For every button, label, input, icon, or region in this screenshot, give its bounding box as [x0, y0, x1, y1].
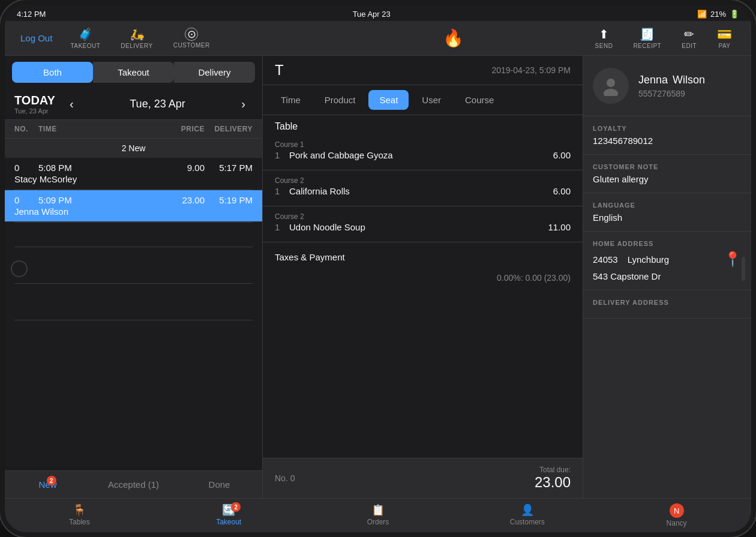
item-row-2: 1 California Rolls 6.00: [275, 186, 571, 196]
main-content: Both Takeout Delivery TODAY Tue, 23 Apr …: [5, 56, 751, 498]
middle-panel: T 2019-04-23, 5:09 PM Time Product Seat …: [263, 56, 583, 498]
logout-button[interactable]: Log Out: [14, 29, 58, 47]
prev-date-arrow[interactable]: ‹: [62, 97, 81, 111]
total-section: Total due: 23.00: [535, 466, 571, 491]
orders-icon: 📋: [371, 503, 385, 517]
order-divider-5: [14, 320, 253, 320]
address-street: 543 Capstone Dr: [593, 271, 742, 281]
bottom-tab-nancy[interactable]: N Nancy: [602, 499, 751, 532]
order-item-1: Course 1 1 Pork and Cabbage Gyoza 6.00: [263, 138, 583, 166]
order-row-jenna-top: 0 5:09 PM 23.00 5:19 PM: [14, 195, 253, 205]
order-divider-4: [14, 283, 253, 284]
nav-takeout[interactable]: 🧳 TAKEOUT: [61, 25, 110, 52]
order-actions: 2 New Accepted (1) Done: [5, 470, 262, 498]
takeout-badge: 2: [231, 502, 241, 512]
nancy-label: Nancy: [667, 519, 687, 527]
avatar: [593, 68, 629, 104]
taxes-label: Taxes & Payment: [275, 252, 571, 262]
item-name-3: Udon Noodle Soup: [289, 222, 365, 232]
item-left-2: 1 California Rolls: [275, 186, 350, 196]
customer-note-value: Gluten allergy: [593, 174, 742, 184]
nav-send[interactable]: ⬆ SEND: [586, 25, 623, 52]
battery-icon: 🔋: [730, 10, 739, 19]
delivery-icon: 🛵: [130, 27, 145, 41]
address-label: HOME ADDRESS: [593, 240, 742, 247]
delivery-address-section: DELIVERY ADDRESS: [583, 290, 751, 319]
nav-right: ⬆ SEND 🧾 RECEIPT ✏ EDIT 💳 PAY: [586, 25, 742, 52]
pay-icon: 💳: [717, 27, 732, 41]
customers-icon: 👤: [521, 503, 534, 517]
loyalty-section: LOYALTY 123456789012: [583, 116, 751, 155]
today-sub: Tue, 23 Apr: [14, 107, 62, 115]
customer-lastname: Wilson: [673, 74, 705, 86]
taxes-value: 0.00%: 0.00 (23.00): [263, 268, 583, 287]
action-accepted[interactable]: Accepted (1): [91, 471, 176, 498]
language-section: LANGUAGE English: [583, 193, 751, 232]
item-price-1: 6.00: [553, 150, 571, 160]
order-row-stacy-top: 0 5:08 PM 9.00 5:17 PM: [14, 163, 253, 173]
nav-edit[interactable]: ✏ EDIT: [672, 25, 706, 52]
order-stacy-time: 5:08 PM: [38, 163, 157, 173]
item-row-1: 1 Pork and Cabbage Gyoza 6.00: [275, 150, 571, 160]
order-row-jenna[interactable]: 0 5:09 PM 23.00 5:19 PM Jenna Wilson: [5, 190, 262, 222]
tab-time[interactable]: Time: [270, 90, 311, 110]
customer-firstname: Jenna: [638, 74, 668, 86]
col-time-header: TIME: [38, 125, 157, 133]
svg-point-1: [604, 89, 618, 96]
customers-label: Customers: [510, 518, 545, 526]
bottom-tab-takeout[interactable]: 2 🔄 Takeout: [154, 499, 304, 532]
nav-delivery[interactable]: 🛵 DELIVERY: [111, 25, 162, 52]
home-button[interactable]: [11, 260, 28, 277]
nav-pay[interactable]: 💳 PAY: [707, 25, 742, 52]
order-item-3: Course 2 1 Udon Noodle Soup 11.00: [263, 210, 583, 238]
current-date: Tue, 23 Apr: [81, 98, 235, 110]
order-no: No. 0: [275, 473, 295, 483]
address-line1: 24053 Lynchburg: [593, 254, 669, 265]
item-left-1: 1 Pork and Cabbage Gyoza: [275, 150, 393, 160]
col-no-header: NO.: [14, 125, 38, 133]
order-row-stacy[interactable]: 0 5:08 PM 9.00 5:17 PM Stacy McSorley: [5, 158, 262, 190]
new-badge: 2: [47, 476, 56, 485]
toggle-both[interactable]: Both: [12, 62, 93, 83]
total-label: Total due:: [535, 466, 571, 474]
nav-items: 🧳 TAKEOUT 🛵 DELIVERY ⊙ CUSTOMER: [61, 25, 320, 52]
address-section: HOME ADDRESS 24053 Lynchburg 📍 543 Capst…: [583, 232, 751, 290]
nav-send-label: SEND: [595, 43, 613, 49]
bottom-tab-customers[interactable]: 👤 Customers: [452, 499, 602, 532]
order-section-new: 2 New: [5, 139, 262, 158]
order-stacy-no: 0: [14, 163, 38, 173]
next-date-arrow[interactable]: ›: [234, 97, 253, 111]
side-button[interactable]: [742, 257, 745, 281]
item-divider-3: [263, 242, 583, 242]
address-zip: 24053: [593, 254, 618, 265]
order-table-header: NO. TIME PRICE DELIVERY: [5, 120, 262, 139]
middle-header: T 2019-04-23, 5:09 PM: [263, 56, 583, 85]
tab-seat[interactable]: Seat: [368, 90, 409, 110]
toggle-delivery[interactable]: Delivery: [174, 62, 255, 83]
send-icon: ⬆: [599, 27, 609, 41]
item-row-3: 1 Udon Noodle Soup 11.00: [275, 222, 571, 232]
col-delivery-header: DELIVERY: [205, 125, 253, 133]
action-new[interactable]: 2 New: [5, 471, 91, 498]
bottom-tab-tables[interactable]: 🪑 Tables: [5, 499, 154, 532]
tab-product[interactable]: Product: [314, 90, 367, 110]
tab-user[interactable]: User: [411, 90, 452, 110]
order-stacy-price: 9.00: [157, 163, 205, 173]
customer-header: Jenna Wilson 5557276589: [583, 56, 751, 116]
customer-phone: 5557276589: [638, 89, 742, 98]
order-divider-3: [14, 247, 253, 247]
nav-receipt[interactable]: 🧾 RECEIPT: [623, 25, 671, 52]
table-section-header: Table: [263, 115, 583, 138]
nav-takeout-label: TAKEOUT: [70, 43, 100, 49]
delivery-address-label: DELIVERY ADDRESS: [593, 299, 742, 306]
nancy-icon: N: [670, 503, 684, 518]
nav-customer[interactable]: ⊙ CUSTOMER: [164, 25, 220, 51]
order-footer: No. 0 Total due: 23.00: [263, 458, 583, 498]
toggle-takeout[interactable]: Takeout: [93, 62, 174, 83]
item-name-1: Pork and Cabbage Gyoza: [289, 150, 393, 160]
bottom-tab-orders[interactable]: 📋 Orders: [304, 499, 453, 532]
item-price-2: 6.00: [553, 186, 571, 196]
tab-course[interactable]: Course: [454, 90, 505, 110]
status-date: Tue Apr 23: [353, 10, 391, 19]
action-done[interactable]: Done: [176, 471, 262, 498]
